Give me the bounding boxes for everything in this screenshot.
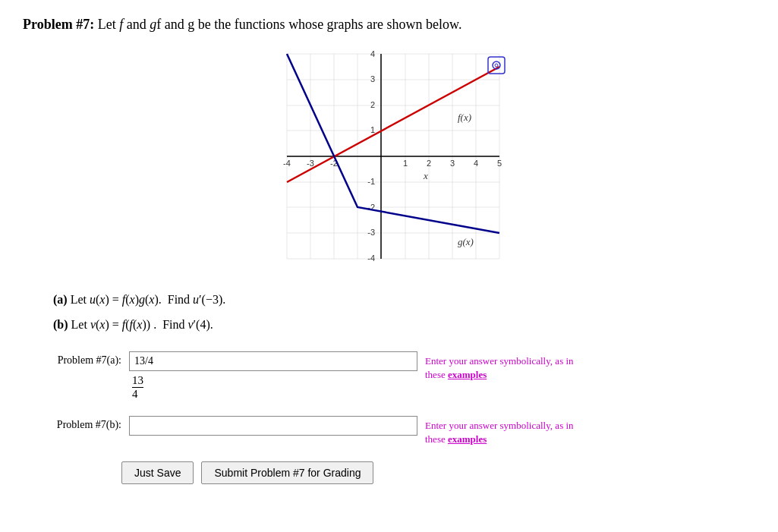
svg-text:-3: -3 [307, 159, 314, 168]
answer-label-b: Problem #7(b): [30, 416, 121, 431]
svg-text:-1: -1 [367, 177, 375, 186]
part-a-text: (a) Let u(x) = f(x)g(x). Find u′(−3). [53, 289, 755, 311]
problem-title: Problem #7: Let f and gf and g be the fu… [23, 15, 755, 34]
answer-input-group-a: 13 4 [129, 351, 417, 401]
graph-wrapper: -4 -3 -2 1 2 3 4 5 4 3 2 1 -1 -2 -3 -4 x… [264, 46, 515, 274]
answer-section: Problem #7(a): 13 4 Enter your answer sy… [30, 351, 755, 446]
problem-number: Problem #7: [23, 17, 94, 32]
fraction-numerator: 13 [132, 374, 143, 389]
answer-input-a[interactable] [129, 351, 417, 371]
examples-link-a[interactable]: examples [448, 369, 487, 380]
save-button[interactable]: Just Save [121, 461, 194, 484]
svg-text:2: 2 [426, 159, 430, 168]
answer-row-a: Problem #7(a): 13 4 Enter your answer sy… [30, 351, 755, 401]
svg-text:4: 4 [473, 159, 477, 168]
svg-text:1: 1 [370, 125, 374, 134]
svg-text:-4: -4 [283, 159, 291, 168]
svg-text:3: 3 [449, 159, 454, 168]
graph-container: -4 -3 -2 1 2 3 4 5 4 3 2 1 -1 -2 -3 -4 x… [23, 46, 755, 274]
svg-text:1: 1 [402, 159, 407, 168]
answer-label-a: Problem #7(a): [30, 351, 121, 367]
hint-text-a: Enter your answer symbolically, as in th… [425, 351, 577, 382]
svg-text:-3: -3 [367, 228, 375, 237]
svg-text:3: 3 [370, 74, 374, 83]
svg-text:f(x): f(x) [458, 112, 471, 123]
svg-text:-4: -4 [367, 253, 375, 263]
fraction-denominator: 4 [132, 388, 138, 401]
part-b-text: (b) Let v(x) = f(f(x)) . Find v′(4). [53, 314, 755, 336]
svg-point-43 [495, 64, 498, 67]
answer-input-b[interactable] [129, 416, 417, 436]
graph-svg: -4 -3 -2 1 2 3 4 5 4 3 2 1 -1 -2 -3 -4 x… [264, 46, 515, 274]
hint-text-b: Enter your answer symbolically, as in th… [425, 416, 577, 446]
examples-link-b[interactable]: examples [448, 433, 487, 445]
svg-text:x: x [423, 170, 428, 181]
answer-input-group-b [129, 416, 417, 439]
svg-text:2: 2 [370, 100, 374, 109]
submit-button[interactable]: Submit Problem #7 for Grading [201, 461, 373, 484]
buttons-row: Just Save Submit Problem #7 for Grading [121, 461, 755, 484]
svg-text:4: 4 [370, 49, 374, 58]
svg-text:g(x): g(x) [458, 236, 474, 247]
parts-section: (a) Let u(x) = f(x)g(x). Find u′(−3). (b… [53, 289, 755, 336]
answer-row-b: Problem #7(b): Enter your answer symboli… [30, 416, 755, 446]
fraction-display-a: 13 4 [129, 374, 417, 401]
svg-text:5: 5 [496, 159, 501, 168]
